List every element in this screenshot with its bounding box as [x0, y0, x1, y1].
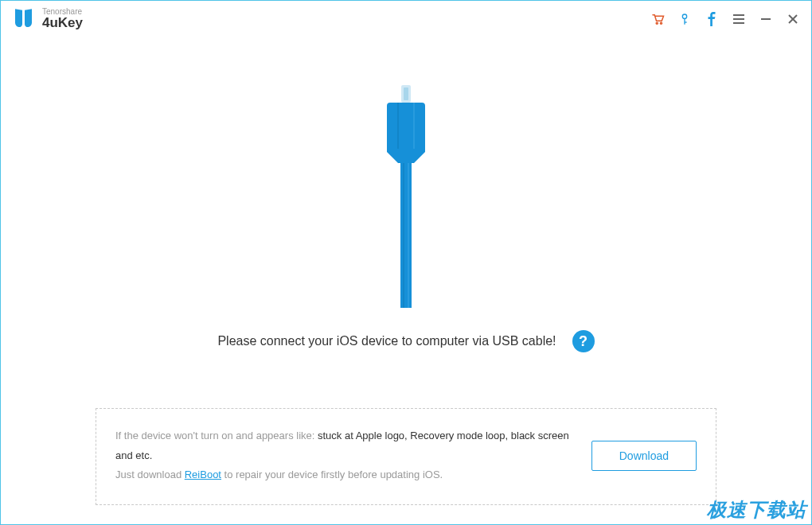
watermark: 极速下载站 [707, 497, 806, 523]
hint-line2-post: to repair your device firstly before upd… [221, 469, 443, 480]
prompt-line: Please connect your iOS device to comput… [41, 330, 771, 352]
svg-rect-15 [400, 163, 412, 308]
minimize-button[interactable] [759, 11, 773, 27]
titlebar: Tenorshare 4uKey [1, 1, 811, 37]
close-button[interactable] [786, 11, 800, 27]
facebook-icon[interactable] [705, 11, 719, 27]
download-button[interactable]: Download [591, 441, 697, 471]
app-logo-icon [15, 8, 34, 30]
menu-icon[interactable] [732, 11, 746, 27]
brand: Tenorshare 4uKey [15, 8, 83, 31]
svg-point-2 [682, 14, 686, 18]
hint-line2-pre: Just download [115, 469, 185, 480]
key-icon[interactable] [677, 11, 692, 27]
main-content: Please connect your iOS device to comput… [1, 37, 811, 505]
brand-text: Tenorshare 4uKey [42, 8, 83, 31]
svg-rect-12 [404, 88, 408, 100]
help-button[interactable]: ? [572, 330, 595, 352]
titlebar-buttons [650, 11, 800, 27]
hint-line1-gray: If the device won't turn on and appears … [115, 430, 314, 441]
connect-prompt: Please connect your iOS device to comput… [217, 334, 556, 348]
usb-cable-illustration [41, 85, 771, 308]
svg-point-0 [656, 22, 658, 24]
cart-icon[interactable] [650, 11, 665, 27]
svg-point-1 [660, 22, 662, 24]
hint-box: If the device won't turn on and appears … [96, 408, 716, 505]
reiboot-link[interactable]: ReiBoot [185, 469, 221, 480]
product-name: 4uKey [42, 16, 83, 31]
hint-text: If the device won't turn on and appears … [115, 426, 572, 485]
